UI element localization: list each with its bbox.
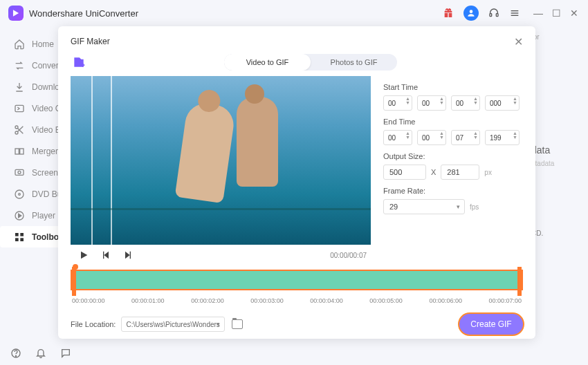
- svg-rect-3: [511, 10, 519, 11]
- svg-point-14: [19, 193, 21, 195]
- grid-icon: [14, 232, 25, 243]
- svg-rect-4: [511, 12, 519, 13]
- tab-photos-to-gif[interactable]: Photos to GIF: [311, 54, 397, 71]
- menu-icon[interactable]: [509, 8, 520, 19]
- svg-point-12: [18, 171, 21, 174]
- add-file-icon[interactable]: [72, 55, 86, 69]
- start-ss-input[interactable]: 00▲▼: [451, 95, 480, 111]
- tick: 00:00:03:00: [250, 297, 284, 304]
- svg-rect-1: [490, 14, 492, 17]
- svg-point-21: [15, 355, 16, 356]
- timecode-display: 00:00/00:07: [330, 252, 371, 259]
- start-hh-input[interactable]: 00▲▼: [383, 95, 412, 111]
- parameters-pane: Start Time 00▲▼ 00▲▼ 00▲▼ 000▲▼ End Time…: [371, 76, 523, 265]
- gif-maker-dialog: GIF Maker ✕ Video to GIF Photos to GIF 0…: [58, 26, 535, 339]
- svg-rect-16: [15, 233, 19, 236]
- preview-pane: 00:00/00:07: [71, 76, 371, 265]
- tick: 00:00:02:00: [191, 297, 224, 304]
- svg-point-13: [15, 190, 24, 198]
- help-icon[interactable]: [10, 347, 22, 359]
- title-bar: Wondershare UniConverter — ☐ ✕: [0, 0, 588, 26]
- headset-icon[interactable]: [488, 8, 499, 19]
- bg-text: tor: [531, 33, 580, 41]
- spinner-arrows-icon[interactable]: ▲▼: [439, 131, 444, 140]
- open-folder-icon[interactable]: [232, 319, 243, 329]
- svg-point-8: [15, 131, 18, 134]
- spinner-arrows-icon[interactable]: ▲▼: [513, 97, 517, 105]
- app-logo: [8, 6, 24, 21]
- bg-data-sub: etadata: [531, 160, 580, 167]
- user-avatar-icon[interactable]: [463, 6, 479, 21]
- tick: 00:00:01:00: [131, 297, 165, 304]
- frame-rate-label: Frame Rate:: [383, 187, 523, 195]
- maximize-button[interactable]: ☐: [551, 8, 562, 19]
- end-hh-input[interactable]: 00▲▼: [383, 130, 412, 145]
- svg-rect-17: [20, 233, 24, 236]
- file-location-label: File Location:: [71, 320, 116, 328]
- feedback-icon[interactable]: [59, 347, 72, 359]
- svg-point-7: [15, 126, 18, 129]
- svg-rect-19: [20, 238, 24, 241]
- output-height-input[interactable]: 281: [441, 165, 479, 180]
- trim-handle-right[interactable]: [517, 267, 522, 296]
- dialog-close-icon[interactable]: ✕: [514, 35, 523, 48]
- spinner-arrows-icon[interactable]: ▲▼: [405, 97, 410, 105]
- sidebar-label: Merger: [32, 147, 58, 156]
- output-width-input[interactable]: 500: [383, 165, 426, 180]
- fps-label: fps: [470, 203, 479, 211]
- app-title: Wondershare UniConverter: [29, 8, 138, 19]
- end-time-label: End Time: [383, 118, 523, 126]
- create-gif-button[interactable]: Create GIF: [459, 314, 523, 335]
- record-icon: [14, 167, 25, 178]
- spinner-arrows-icon[interactable]: ▲▼: [473, 97, 478, 105]
- start-ms-input[interactable]: 000▲▼: [485, 95, 520, 111]
- start-mm-input[interactable]: 00▲▼: [417, 95, 446, 111]
- tab-video-to-gif[interactable]: Video to GIF: [224, 54, 311, 71]
- minimize-button[interactable]: —: [533, 8, 544, 19]
- convert-icon: [14, 60, 25, 71]
- bg-data-title: data: [531, 144, 580, 156]
- svg-point-0: [470, 10, 473, 13]
- svg-rect-2: [496, 14, 498, 17]
- spinner-arrows-icon[interactable]: ▲▼: [473, 131, 478, 140]
- tick: 00:00:04:00: [310, 297, 343, 304]
- end-ss-input[interactable]: 07▲▼: [451, 130, 480, 145]
- tick: 00:00:05:00: [369, 297, 403, 304]
- video-frame[interactable]: [71, 76, 371, 245]
- merge-icon: [14, 146, 25, 157]
- svg-rect-10: [20, 149, 24, 154]
- timeline: 00:00:00:00 00:00:01:00 00:00:02:00 00:0…: [71, 270, 523, 304]
- svg-rect-9: [15, 149, 19, 154]
- px-label: px: [484, 169, 492, 176]
- bell-icon[interactable]: [35, 347, 47, 359]
- end-mm-input[interactable]: 00▲▼: [417, 130, 446, 145]
- play-icon: [14, 210, 25, 221]
- spinner-arrows-icon[interactable]: ▲▼: [513, 131, 517, 140]
- download-icon: [14, 82, 25, 93]
- spinner-arrows-icon[interactable]: ▲▼: [439, 97, 444, 105]
- frame-rate-select[interactable]: 29: [383, 199, 465, 214]
- sidebar-label: Player: [32, 211, 55, 221]
- compress-icon: [14, 103, 25, 114]
- scissors-icon: [14, 124, 25, 135]
- tick: 00:00:06:00: [429, 297, 462, 304]
- tick: 00:00:07:00: [488, 297, 522, 304]
- end-ms-input[interactable]: 199▲▼: [485, 130, 520, 145]
- close-button[interactable]: ✕: [569, 8, 580, 19]
- next-frame-button[interactable]: [122, 249, 134, 261]
- spinner-arrows-icon[interactable]: ▲▼: [405, 131, 410, 140]
- tick: 00:00:00:00: [72, 297, 105, 304]
- bottom-bar: [10, 347, 72, 359]
- svg-rect-11: [15, 169, 24, 175]
- play-button[interactable]: [77, 249, 90, 261]
- prev-frame-button[interactable]: [100, 249, 112, 261]
- trim-handle-left[interactable]: [72, 267, 76, 296]
- dialog-footer: File Location: C:\Users\ws\Pictures\Wond…: [71, 314, 523, 335]
- disc-icon: [14, 189, 25, 200]
- timeline-track[interactable]: [71, 270, 523, 290]
- playback-controls: 00:00/00:07: [71, 245, 371, 265]
- timeline-ticks: 00:00:00:00 00:00:01:00 00:00:02:00 00:0…: [71, 297, 523, 304]
- file-location-select[interactable]: C:\Users\ws\Pictures\Wonders: [121, 317, 225, 332]
- output-size-label: Output Size:: [383, 152, 523, 160]
- gift-icon[interactable]: [443, 8, 454, 19]
